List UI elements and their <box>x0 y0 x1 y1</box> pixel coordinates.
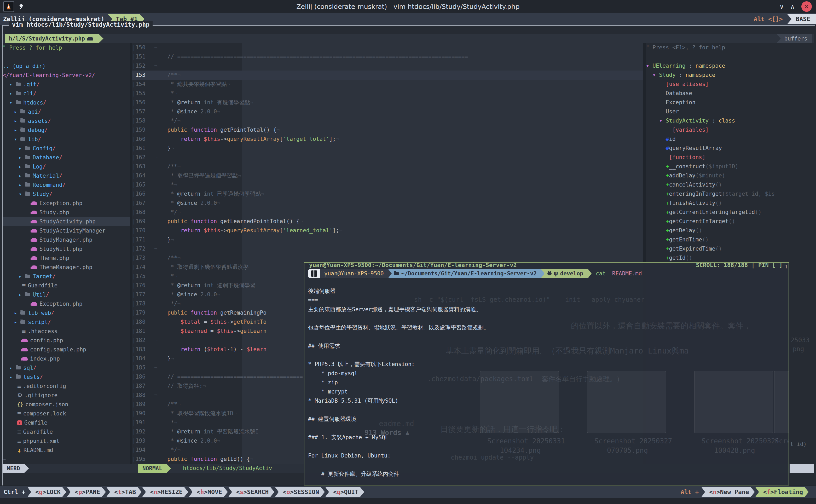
keybind-pane[interactable]: <p> PANE <box>67 487 106 497</box>
tree-item[interactable]: ≡.htaccess <box>3 327 132 336</box>
tree-folder-script[interactable]: ▸script/ <box>3 317 132 327</box>
chevron-right-icon[interactable]: ▸ <box>9 91 15 96</box>
tree-folder-Config[interactable]: ▸Config/ <box>3 144 132 153</box>
tagbar-row[interactable]: ▾ StudyActivity : class <box>646 116 816 125</box>
tree-item[interactable]: ≡Guardfile <box>3 281 132 290</box>
split-divider-left[interactable] <box>130 43 132 464</box>
tree-folder-tests[interactable]: ▸tests/ <box>3 372 132 381</box>
floating-pane-titlebar[interactable]: yuan@Yuan-XPS-9500:~/Documents/Git/Yuan/… <box>304 262 789 268</box>
tagbar-row[interactable]: +getDelay() <box>646 226 816 235</box>
pane-title[interactable]: vim htdocs/lib/Study/StudyActivity.php <box>9 21 153 28</box>
tree-item[interactable]: StudyActivity.php <box>3 217 132 226</box>
tree-item[interactable]: config.php <box>3 336 132 345</box>
tree-item[interactable]: ≡Guardfile <box>3 427 132 436</box>
tagbar-row[interactable]: [variables] <box>646 125 816 135</box>
keybind-quit[interactable]: <q> QUIT <box>325 487 364 497</box>
tagbar-row[interactable]: +getId() <box>646 253 816 263</box>
tagbar-row[interactable]: +enteringInTarget($target_id, $is <box>646 189 816 199</box>
chevron-down-icon[interactable]: ▾ <box>19 191 25 197</box>
chevron-right-icon[interactable]: ▸ <box>14 310 20 316</box>
tree-item[interactable]: ⚙.gitignore <box>3 391 132 400</box>
tagbar-row[interactable]: User <box>646 107 816 116</box>
tree-folder-Material[interactable]: ▸Material/ <box>3 171 132 180</box>
tree-folder-htdocs[interactable]: ▾htdocs/ <box>3 98 132 107</box>
tree-item[interactable]: Exception.php <box>3 299 132 308</box>
tagbar-row[interactable]: +getCurrentInTarget() <box>646 217 816 226</box>
tagbar-row[interactable]: +getEndTime() <box>646 235 816 244</box>
tree-folder-Database[interactable]: ▸Database/ <box>3 153 132 162</box>
tagbar-row[interactable]: +getCurrentEnteringTargetId() <box>646 208 816 217</box>
floating-terminal-pane[interactable]: yuan@Yuan-XPS-9500:~/Documents/Git/Yuan/… <box>304 262 789 485</box>
tagbar-row[interactable]: ▾ Study : namespace <box>646 71 816 80</box>
chevron-down-icon[interactable]: ▾ <box>9 100 15 105</box>
maximize-icon[interactable]: ∧ <box>790 3 795 10</box>
tree-folder-Study[interactable]: ▾Study/ <box>3 189 132 199</box>
chevron-right-icon[interactable]: ▸ <box>14 319 20 325</box>
close-button[interactable]: × <box>801 1 812 12</box>
tagbar-row[interactable]: +__construct($inputID) <box>646 162 816 171</box>
tree-item[interactable]: {}composer.json <box>3 400 132 409</box>
tree-folder-Util[interactable]: ▸Util/ <box>3 290 132 299</box>
tree-item[interactable]: ↓README.md <box>3 445 132 455</box>
tagbar-row[interactable]: " Press <F1>, ? for help <box>646 43 816 52</box>
tree-folder-lib[interactable]: ▾lib/ <box>3 135 132 144</box>
chevron-right-icon[interactable]: ▸ <box>19 164 25 169</box>
tagbar-row[interactable]: +addDelay($minute) <box>646 171 816 180</box>
tree-item[interactable]: ThemeManager.php <box>3 263 132 272</box>
chevron-right-icon[interactable]: ▸ <box>14 118 20 124</box>
chevron-right-icon[interactable]: ▸ <box>19 146 25 151</box>
keybind-lock[interactable]: <g> LOCK <box>27 487 66 497</box>
tree-item[interactable]: " Press ? for help <box>3 43 132 52</box>
buffer-tab-active[interactable]: h/l/S/StudyActivity.php <box>5 34 103 43</box>
chevron-right-icon[interactable]: ▸ <box>19 292 25 297</box>
tree-item[interactable]: ≡.editorconfig <box>3 381 132 391</box>
chevron-right-icon[interactable]: ▸ <box>9 365 15 370</box>
tagbar-row[interactable]: ▾ UElearning : namespace <box>646 61 816 71</box>
tagbar-row[interactable]: +cancelActivity() <box>646 180 816 189</box>
tagbar-row[interactable]: Exception <box>646 98 816 107</box>
tree-folder-Target[interactable]: ▸Target/ <box>3 272 132 281</box>
tree-item[interactable]: Exception.php <box>3 199 132 208</box>
tagbar-row[interactable]: +finishActivity() <box>646 199 816 208</box>
tree-item[interactable]: config.sample.php <box>3 345 132 354</box>
tagbar-row[interactable]: #queryResultArray <box>646 144 816 153</box>
tree-folder-api[interactable]: ▸api/ <box>3 107 132 116</box>
tree-folder-cli[interactable]: ▸cli/ <box>3 89 132 98</box>
tree-item[interactable]: StudyWill.php <box>3 244 132 253</box>
tagbar-row[interactable]: [functions] <box>646 153 816 162</box>
tagbar-row[interactable]: Database <box>646 89 816 98</box>
chevron-right-icon[interactable]: ▸ <box>19 173 25 178</box>
tree-item[interactable]: Study.php <box>3 208 132 217</box>
tagbar-row[interactable]: [use aliases] <box>646 80 816 89</box>
keybind-move[interactable]: <h> MOVE <box>189 487 228 497</box>
chevron-right-icon[interactable]: ▸ <box>19 155 25 160</box>
chevron-down-icon[interactable]: ▾ <box>14 136 20 142</box>
chevron-right-icon[interactable]: ▸ <box>19 274 25 279</box>
minimize-icon[interactable]: ∨ <box>780 3 784 10</box>
tree-item[interactable]: index.php <box>3 354 132 363</box>
tree-item[interactable]: .. (up a dir) <box>3 61 132 71</box>
tree-folder-Recommand[interactable]: ▸Recommand/ <box>3 180 132 189</box>
chevron-right-icon[interactable]: ▸ <box>14 127 20 133</box>
tree-folder-.git[interactable]: ▸.git/ <box>3 80 132 89</box>
tree-item[interactable]: Theme.php <box>3 253 132 263</box>
tree-item[interactable]: StudyActivityManager <box>3 226 132 235</box>
tree-item[interactable]: ◆Gemfile <box>3 418 132 427</box>
tree-folder-Log[interactable]: ▸Log/ <box>3 162 132 171</box>
chevron-right-icon[interactable]: ▸ <box>14 109 20 114</box>
chevron-right-icon[interactable]: ▸ <box>9 82 15 87</box>
keybind-floating[interactable]: <f> Floating <box>755 487 809 497</box>
tree-folder-lib_web[interactable]: ▸lib_web/ <box>3 308 132 317</box>
tree-item[interactable]: ≡composer.lock <box>3 409 132 418</box>
chevron-right-icon[interactable]: ▸ <box>19 182 25 188</box>
keybind-session[interactable]: <o> SESSION <box>275 487 325 497</box>
keybind-tab[interactable]: <t> TAB <box>106 487 142 497</box>
tree-item[interactable]: </Yuan/E-learning-Server-v2/ <box>3 71 132 80</box>
keybind-new-pane[interactable]: <n> New Pane <box>701 487 755 497</box>
tree-item[interactable]: ≡phpunit.xml <box>3 436 132 445</box>
tagbar-row[interactable]: +getExpiredTime() <box>646 244 816 253</box>
keybind-search[interactable]: <s> SEARCH <box>228 487 275 497</box>
tree-folder-sql[interactable]: ▸sql/ <box>3 363 132 372</box>
tree-folder-assets[interactable]: ▸assets/ <box>3 116 132 125</box>
tagbar-row[interactable]: #id <box>646 135 816 144</box>
